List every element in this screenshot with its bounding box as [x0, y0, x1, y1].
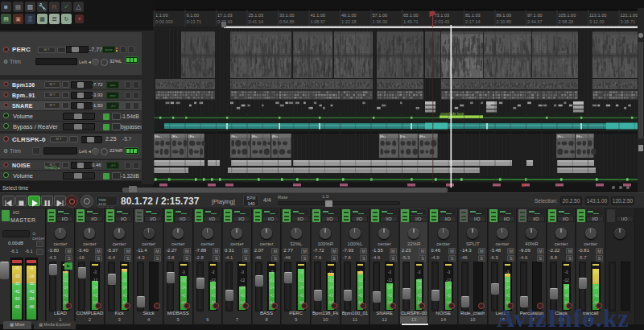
svg-text:[Ru..: [Ru.. — [172, 134, 180, 138]
svg-text:2:44.57: 2:44.57 — [527, 19, 543, 24]
svg-text:1:08.57: 1:08.57 — [311, 19, 326, 24]
svg-text:1:49.71: 1:49.71 — [403, 19, 419, 24]
svg-text:[Ru..: [Ru.. — [231, 134, 238, 138]
svg-text:[Ru..: [Ru.. — [189, 134, 196, 138]
svg-text:33.1.00: 33.1.00 — [279, 13, 295, 18]
svg-text:[Ru..: [Ru.. — [155, 134, 162, 138]
svg-text:121.1.00: 121.1.00 — [621, 13, 638, 18]
svg-text:97.1.00: 97.1.00 — [527, 13, 543, 18]
svg-text:25.1.03: 25.1.03 — [249, 13, 264, 18]
svg-text:49.1.00: 49.1.00 — [341, 13, 357, 18]
svg-text:17.1.03: 17.1.03 — [217, 13, 233, 18]
svg-text:81.1.03: 81.1.03 — [465, 13, 481, 18]
svg-text:2:30.85: 2:30.85 — [497, 19, 512, 24]
svg-text:0:13.71: 0:13.71 — [187, 19, 202, 24]
svg-text:65.1.00: 65.1.00 — [403, 13, 419, 18]
svg-text:[Ru..: [Ru.. — [380, 134, 387, 138]
svg-text:[Ru..: [Ru.. — [400, 134, 407, 138]
svg-text:0:00.000: 0:00.000 — [155, 19, 173, 24]
svg-text:0:54.86: 0:54.86 — [279, 19, 295, 24]
svg-text:113.1.00: 113.1.00 — [589, 13, 606, 18]
svg-text:73.1.03: 73.1.03 — [435, 13, 450, 18]
svg-text:3:25.71: 3:25.71 — [621, 19, 636, 24]
svg-text:1:36.00: 1:36.00 — [373, 19, 388, 24]
svg-text:0:41.14: 0:41.14 — [249, 19, 264, 24]
svg-text:[Ru..: [Ru.. — [576, 134, 584, 138]
svg-text:[Ru..: [Ru.. — [252, 134, 259, 138]
svg-text:2:17.14: 2:17.14 — [465, 19, 481, 24]
svg-text:105.1.00: 105.1.00 — [559, 13, 576, 18]
svg-text:2:03.43: 2:03.43 — [435, 19, 450, 24]
svg-text:1.1.00: 1.1.00 — [155, 13, 168, 18]
svg-text:41.1.00: 41.1.00 — [311, 13, 326, 18]
svg-text:crossfade loop: crossfade loop — [440, 112, 464, 116]
svg-text:57.1.00: 57.1.00 — [373, 13, 388, 18]
svg-text:9.1.00: 9.1.00 — [187, 13, 200, 18]
svg-text:3:12.00: 3:12.00 — [589, 19, 605, 24]
svg-text:[Ru..: [Ru.. — [419, 134, 427, 138]
svg-text:2:58.28: 2:58.28 — [559, 19, 574, 24]
svg-text:1:22.28: 1:22.28 — [341, 19, 357, 24]
svg-text:89.1.00: 89.1.00 — [497, 13, 512, 18]
svg-text:[Ru..: [Ru.. — [557, 134, 564, 138]
